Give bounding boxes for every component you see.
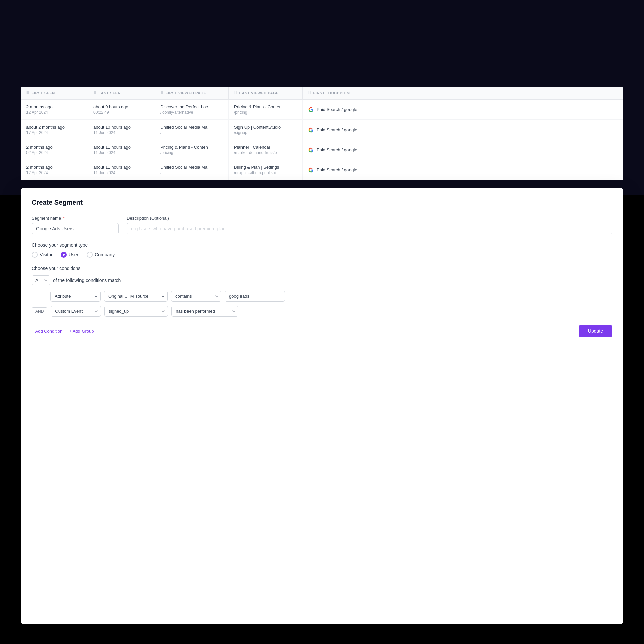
conditions-text: of the following conditions match — [53, 278, 121, 283]
radio-user-circle — [61, 252, 67, 258]
drag-icon: ⠿ — [234, 91, 237, 95]
footer-left: + Add Condition + Add Group — [32, 329, 94, 334]
table-row: 2 months ago 02 Apr 2024 about 11 hours … — [21, 140, 623, 160]
description-group: Description (Optional) — [127, 216, 612, 234]
cell-touchpoint: Paid Search / google — [303, 160, 623, 180]
add-group-button[interactable]: + Add Group — [69, 329, 94, 334]
table-row: 2 months ago 12 Apr 2024 about 9 hours a… — [21, 100, 623, 120]
and-badge: AND — [32, 307, 47, 315]
conditions-section: Choose your conditions All of the follow… — [32, 266, 612, 317]
cell-touchpoint: Paid Search / google — [303, 100, 623, 119]
drag-icon: ⠿ — [160, 91, 164, 95]
radio-company-circle — [87, 252, 93, 258]
cell-last-seen: about 11 hours ago 11 Jun 2024 — [88, 160, 155, 180]
cell-first-seen: 2 months ago 12 Apr 2024 — [21, 160, 88, 180]
cell-first-viewed: Unified Social Media Ma / — [155, 120, 229, 140]
cell-last-seen: about 9 hours ago 00:22:49 — [88, 100, 155, 119]
table-header: ⠿ FIRST SEEN ⠿ LAST SEEN ⠿ FIRST VIEWED … — [21, 87, 623, 100]
cell-last-viewed: Sign Up | ContentStudio /signup — [229, 120, 303, 140]
radio-visitor[interactable]: Visitor — [32, 252, 53, 258]
form-top-row: Segment name * Description (Optional) — [32, 216, 612, 234]
add-condition-button[interactable]: + Add Condition — [32, 329, 62, 334]
col-header-last-viewed: ⠿ LAST VIEWED PAGE — [229, 87, 303, 99]
google-icon — [308, 107, 314, 113]
drag-icon: ⠿ — [26, 91, 30, 95]
segment-name-label: Segment name * — [32, 216, 119, 221]
radio-visitor-circle — [32, 252, 38, 258]
all-select[interactable]: All — [32, 275, 50, 285]
condition1-value-input[interactable] — [225, 291, 285, 302]
segment-name-input[interactable] — [32, 223, 119, 234]
condition-row-1: Attribute Original UTM source contains — [32, 291, 612, 302]
google-icon — [308, 167, 314, 173]
col-header-first-touch: ⠿ FIRST TOUCHPOINT — [303, 87, 623, 99]
condition2-field-select[interactable]: signed_up — [104, 306, 168, 317]
conditions-header: All of the following conditions match — [32, 275, 612, 285]
cell-last-viewed: Planner | Calendar /market-demand-fruits… — [229, 140, 303, 160]
drag-icon: ⠿ — [308, 91, 311, 95]
data-table: ⠿ FIRST SEEN ⠿ LAST SEEN ⠿ FIRST VIEWED … — [21, 87, 623, 180]
google-icon — [308, 147, 314, 153]
condition1-type-select[interactable]: Attribute — [50, 291, 101, 302]
table-row: about 2 months ago 17 Apr 2024 about 10 … — [21, 120, 623, 140]
drag-icon: ⠿ — [93, 91, 97, 95]
radio-user[interactable]: User — [61, 252, 79, 258]
conditions-label: Choose your conditions — [32, 266, 612, 271]
cell-first-viewed: Discover the Perfect Loc /loomly-alterna… — [155, 100, 229, 119]
radio-group: Visitor User Company — [32, 252, 612, 258]
cell-first-viewed: Unified Social Media Ma / — [155, 160, 229, 180]
cell-last-viewed: Billing & Plan | Settings /graphic-album… — [229, 160, 303, 180]
cell-first-seen: 2 months ago 12 Apr 2024 — [21, 100, 88, 119]
cell-touchpoint: Paid Search / google — [303, 140, 623, 160]
radio-company[interactable]: Company — [87, 252, 115, 258]
condition2-type-select[interactable]: Custom Event — [51, 306, 101, 317]
col-header-first-viewed: ⠿ FIRST VIEWED PAGE — [155, 87, 229, 99]
table-row: 2 months ago 12 Apr 2024 about 11 hours … — [21, 160, 623, 180]
description-label: Description (Optional) — [127, 216, 612, 221]
condition2-operator-select[interactable]: has been performed — [171, 306, 238, 317]
create-segment-modal: Create Segment Segment name * Descriptio… — [21, 188, 623, 624]
description-input[interactable] — [127, 223, 612, 234]
cell-last-seen: about 11 hours ago 11 Jun 2024 — [88, 140, 155, 160]
col-header-first-seen: ⠿ FIRST SEEN — [21, 87, 88, 99]
condition1-field-select[interactable]: Original UTM source — [104, 291, 168, 302]
segment-type-section: Choose your segment type Visitor User Co… — [32, 242, 612, 258]
google-icon — [308, 127, 314, 133]
cell-first-viewed: Pricing & Plans - Conten /pricing — [155, 140, 229, 160]
segment-type-label: Choose your segment type — [32, 242, 612, 248]
cell-last-seen: about 10 hours ago 11 Jun 2024 — [88, 120, 155, 140]
cell-touchpoint: Paid Search / google — [303, 120, 623, 140]
condition1-operator-select[interactable]: contains — [171, 291, 221, 302]
col-header-last-seen: ⠿ LAST SEEN — [88, 87, 155, 99]
modal-footer: + Add Condition + Add Group Update — [32, 325, 612, 337]
cell-first-seen: about 2 months ago 17 Apr 2024 — [21, 120, 88, 140]
segment-name-group: Segment name * — [32, 216, 119, 234]
condition-row-2: AND Custom Event signed_up has been perf… — [32, 306, 612, 317]
cell-first-seen: 2 months ago 02 Apr 2024 — [21, 140, 88, 160]
required-indicator: * — [63, 216, 65, 221]
update-button[interactable]: Update — [579, 325, 612, 337]
modal-title: Create Segment — [32, 199, 612, 206]
cell-last-viewed: Pricing & Plans - Conten /pricing — [229, 100, 303, 119]
